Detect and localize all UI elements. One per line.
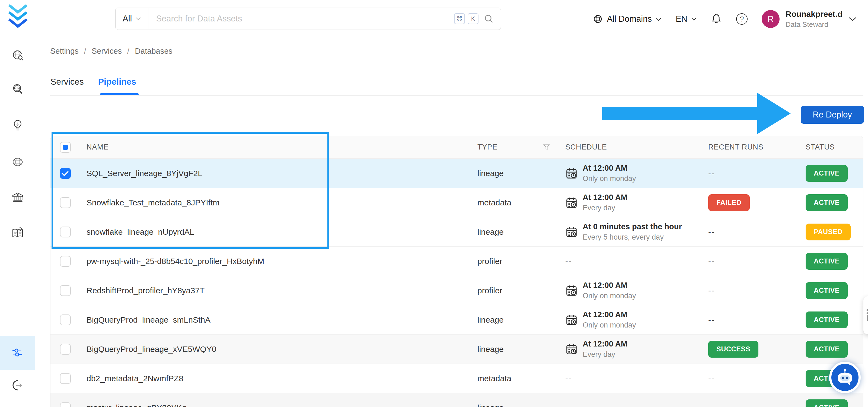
stacked-bars-icon	[865, 308, 868, 323]
pipeline-schedule-cell: At 12:00 AMEvery day	[565, 339, 708, 359]
select-all-cell	[51, 142, 80, 153]
row-checkbox[interactable]	[60, 197, 71, 208]
tab-services[interactable]: Services	[51, 77, 84, 87]
chevron-down-icon	[135, 17, 141, 20]
pipeline-name[interactable]: SQL_Server_lineage_8YjVgF2L	[80, 169, 477, 178]
pipeline-type: metadata	[477, 198, 565, 207]
table-row[interactable]: db2_metadata_2NwmfPZ8 metadata -- -- ACT…	[51, 364, 863, 393]
sidebar-item-logout[interactable]	[0, 370, 35, 400]
status-badge: ACTIVE	[806, 165, 848, 182]
status-badge: ACTIVE	[806, 399, 848, 407]
pipeline-name[interactable]: Snowflake_Test_metadata_8JPYIftm	[80, 198, 477, 207]
book-icon	[11, 226, 24, 239]
sidebar-item-settings[interactable]	[0, 336, 35, 370]
search-input[interactable]: Search for Data Assets	[148, 14, 454, 24]
schedule-frequency: Only on monday	[583, 292, 636, 300]
breadcrumb-item-services[interactable]: Services	[92, 47, 122, 56]
domains-dropdown[interactable]: All Domains	[592, 13, 661, 24]
pipeline-name[interactable]: mastur_lineage_qBY80YKg	[80, 403, 477, 407]
row-checkbox[interactable]	[60, 373, 71, 384]
empty-recent-runs: --	[708, 374, 715, 383]
pipeline-schedule-cell: --	[565, 257, 708, 266]
empty-schedule: --	[565, 257, 572, 266]
pipeline-schedule-cell: At 12:00 AMOnly on monday	[565, 281, 708, 300]
search-scope-dropdown[interactable]: All	[116, 8, 148, 30]
recent-run-badge[interactable]: SUCCESS	[708, 341, 758, 357]
sidebar-item-observability[interactable]	[0, 74, 35, 104]
row-checkbox[interactable]	[60, 285, 71, 296]
global-search-bar[interactable]: All Search for Data Assets ⌘ K	[115, 8, 501, 30]
openmetadata-logo[interactable]	[7, 4, 29, 28]
sidebar-item-govern[interactable]	[0, 183, 35, 213]
bulb-lightning-icon	[11, 119, 24, 132]
table-row[interactable]: BigQueryProd_lineage_xVE5WQY0 lineage At…	[51, 335, 863, 364]
table-row[interactable]: pw-mysql-with-_25-d8b54c10_profiler_HxBo…	[51, 247, 863, 276]
row-checkbox[interactable]	[60, 256, 71, 267]
pipeline-name[interactable]: BigQueryProd_lineage_xVE5WQY0	[80, 345, 477, 354]
pipeline-name[interactable]: db2_metadata_2NwmfPZ8	[80, 374, 477, 383]
row-checkbox[interactable]	[60, 344, 71, 355]
select-all-checkbox[interactable]	[60, 142, 71, 153]
schedule-frequency: Every day	[583, 350, 627, 359]
row-checkbox[interactable]	[60, 314, 71, 325]
search-icon[interactable]	[484, 14, 494, 24]
column-header-recent-runs: RECENT RUNS	[708, 143, 806, 151]
filter-funnel-icon[interactable]	[542, 143, 551, 151]
status-cell: ACTIVE	[806, 282, 863, 299]
row-checkbox-cell	[51, 226, 80, 238]
table-row[interactable]: snowflake_lineage_nUpyrdAL lineage At 0 …	[51, 217, 863, 247]
redeploy-button[interactable]: Re Deploy	[801, 106, 864, 124]
recent-runs-cell: --	[708, 257, 806, 266]
breadcrumb-separator: /	[127, 47, 129, 56]
pipeline-schedule-cell: At 12:00 AMOnly on monday	[565, 164, 708, 183]
row-checkbox[interactable]	[60, 402, 71, 407]
top-navbar: All Search for Data Assets ⌘ K All Domai…	[35, 0, 868, 38]
empty-recent-runs: --	[708, 227, 715, 236]
empty-recent-runs: --	[708, 257, 715, 265]
pipeline-name[interactable]: BigQueryProd_lineage_smLnSthA	[80, 315, 477, 324]
row-checkbox[interactable]	[60, 226, 71, 238]
active-tab-underline	[100, 93, 138, 95]
status-badge: ACTIVE	[806, 194, 848, 211]
recent-runs-cell: --	[708, 227, 806, 237]
table-header-row: NAME TYPE SCHEDULE RECENT RUNS STATUS	[51, 136, 863, 159]
pipeline-name[interactable]: pw-mysql-with-_25-d8b54c10_profiler_HxBo…	[80, 257, 477, 266]
pipeline-schedule-cell: --	[565, 403, 708, 407]
recent-run-badge[interactable]: FAILED	[708, 194, 750, 211]
status-cell: ACTIVE	[806, 194, 863, 211]
empty-schedule: --	[565, 403, 572, 407]
pipeline-name[interactable]: RedshiftProd_profiler_hY8ya37T	[80, 286, 477, 295]
table-row[interactable]: SQL_Server_lineage_8YjVgF2L lineage At 1…	[51, 159, 863, 188]
row-checkbox-cell	[51, 402, 80, 407]
notifications-button[interactable]	[711, 13, 722, 25]
recent-runs-cell: FAILED	[708, 194, 806, 211]
row-checkbox[interactable]	[60, 168, 71, 179]
calendar-clock-icon	[565, 226, 578, 238]
table-row[interactable]: Snowflake_Test_metadata_8JPYIftm metadat…	[51, 188, 863, 217]
calendar-clock-icon	[565, 343, 578, 355]
bank-icon	[11, 191, 24, 204]
column-header-status: STATUS	[806, 143, 863, 151]
sidebar-item-explore[interactable]	[0, 41, 35, 70]
pipeline-schedule-cell: At 0 minutes past the hourEvery 5 hours,…	[565, 222, 708, 242]
breadcrumb-item-settings[interactable]: Settings	[50, 47, 79, 56]
table-row[interactable]: RedshiftProd_profiler_hY8ya37T profiler …	[51, 276, 863, 305]
chatbot-button[interactable]	[829, 362, 861, 393]
table-row[interactable]: BigQueryProd_lineage_smLnSthA lineage At…	[51, 305, 863, 335]
status-cell: ACTIVE	[806, 399, 863, 407]
user-profile-menu[interactable]: R Rounakpreet.d Data Steward	[762, 9, 857, 29]
column-header-name: NAME	[80, 143, 477, 151]
sidebar-item-learning[interactable]	[0, 218, 35, 248]
language-dropdown[interactable]: EN	[676, 14, 696, 24]
empty-recent-runs: --	[708, 403, 715, 407]
tab-pipelines[interactable]: Pipelines	[98, 77, 136, 87]
sidebar-item-domains[interactable]	[0, 147, 35, 177]
sidebar-item-insights[interactable]	[0, 111, 35, 140]
pipeline-name[interactable]: snowflake_lineage_nUpyrdAL	[80, 227, 477, 237]
empty-recent-runs: --	[708, 169, 715, 178]
breadcrumb-item-databases[interactable]: Databases	[135, 47, 173, 56]
table-row[interactable]: mastur_lineage_qBY80YKg lineage -- -- AC…	[51, 393, 863, 407]
help-button[interactable]: ?	[736, 13, 748, 25]
help-glyph: ?	[740, 15, 744, 23]
collapsed-side-widget[interactable]	[863, 296, 868, 334]
